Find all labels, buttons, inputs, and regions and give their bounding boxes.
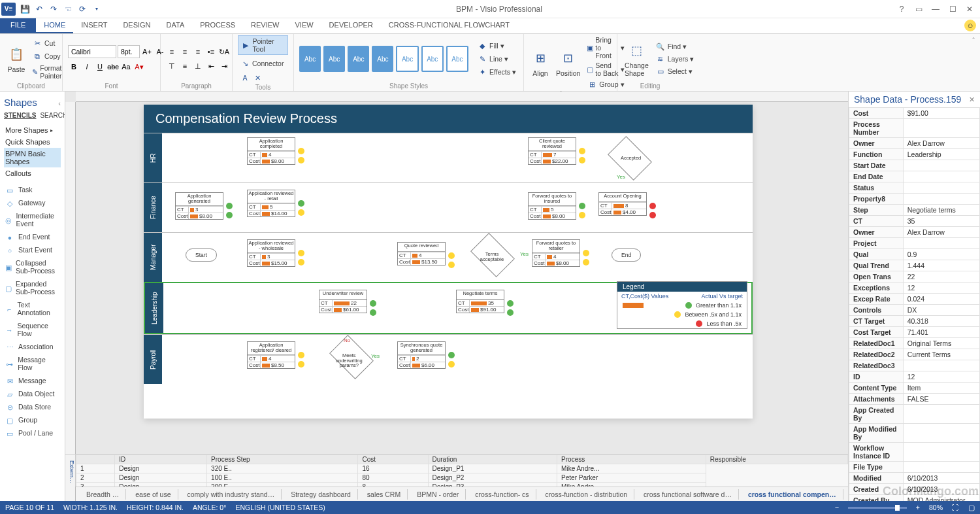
style-swatch-6[interactable]: Abc	[421, 46, 444, 72]
shape-data-value[interactable]	[903, 238, 979, 249]
swimlane-finance[interactable]: FinanceApplication generatedCT3Cost$8.00…	[144, 182, 753, 232]
fit-page-icon[interactable]: ⛶	[952, 504, 959, 511]
shape-data-value[interactable]: Alex Darrow	[903, 227, 979, 238]
ribbon-tab-process[interactable]: PROCESS	[192, 18, 243, 33]
shape-stencil-item[interactable]: ⋯Association	[4, 340, 61, 353]
style-swatch-5[interactable]: Abc	[396, 46, 418, 72]
shape-stencil-item[interactable]: ▱Data Object	[4, 387, 61, 400]
select-button[interactable]: ▭Select ▾	[653, 65, 696, 77]
close-icon[interactable]: ✕	[964, 5, 975, 14]
effects-button[interactable]: ✦Effects ▾	[475, 66, 518, 78]
shape-data-value[interactable]: 40.318	[903, 316, 979, 327]
ribbon-tab-home[interactable]: HOME	[36, 18, 73, 33]
decision[interactable]: Terms acceptable	[470, 233, 515, 277]
sheet-tab[interactable]: sales CRM	[361, 489, 408, 500]
style-swatch-4[interactable]: Abc	[372, 46, 393, 72]
valign-bot-icon[interactable]: ⊥	[192, 60, 204, 72]
style-swatch-3[interactable]: Abc	[348, 46, 369, 72]
shape-stencil-item[interactable]: ✉Message	[4, 374, 61, 387]
external-data-grid[interactable]: IDProcess StepCostDurationProcessRespons…	[76, 454, 848, 487]
shape-data-value[interactable]: 0.9	[903, 249, 979, 260]
shape-data-value[interactable]	[903, 360, 979, 371]
process-card[interactable]: Application registered/ clearedCT4Cost$8…	[247, 341, 295, 369]
shape-stencil-item[interactable]: ◎Intermediate Event	[4, 209, 61, 230]
undo-icon[interactable]: ↶	[34, 4, 44, 14]
sheet-tab[interactable]: comply with industry stand…	[181, 489, 282, 500]
process-card[interactable]: Negotiate termsCT35Cost$91.00	[456, 290, 504, 313]
process-card[interactable]: Application reviewed - retailCT5Cost$14.…	[247, 190, 295, 217]
process-card[interactable]: Application generatedCT3Cost$8.00	[175, 192, 223, 220]
shape-data-value[interactable]: 71.401	[903, 327, 979, 338]
shape-data-value[interactable]: 35	[903, 216, 979, 227]
shape-data-value[interactable]: 1.444	[903, 260, 979, 271]
decision[interactable]: Meets underwriting params?	[329, 335, 374, 379]
external-data-tab[interactable]: Extern…	[65, 454, 76, 487]
text-tool-button[interactable]: A✕	[238, 72, 288, 84]
ribbon-tab-insert[interactable]: INSERT	[73, 18, 115, 33]
ribbon-collapse-icon[interactable]: ▭	[913, 5, 924, 14]
process-card[interactable]: Account OpeningCT8Cost$4.00	[598, 192, 647, 216]
file-tab[interactable]: FILE	[0, 18, 36, 33]
shapes-collapse-icon[interactable]: ‹	[58, 99, 61, 107]
valign-top-icon[interactable]: ⊤	[166, 60, 178, 72]
align-button[interactable]: ⊞Align	[529, 48, 551, 78]
shape-data-value[interactable]: $91.00	[903, 108, 979, 119]
change-shape-button[interactable]: ⬚Change Shape	[623, 41, 651, 78]
shape-data-value[interactable]	[903, 405, 979, 424]
font-color-button[interactable]: A▾	[133, 61, 145, 73]
sheet-tab[interactable]: cross functional software d…	[637, 489, 739, 500]
shape-stencil-item[interactable]: ▭Task	[4, 183, 61, 196]
shape-data-value[interactable]	[903, 182, 979, 194]
zoom-slider[interactable]	[848, 507, 907, 509]
position-button[interactable]: ⊡Position	[554, 48, 582, 78]
ribbon-tab-view[interactable]: VIEW	[287, 18, 321, 33]
change-case-button[interactable]: Aa	[120, 61, 132, 73]
grow-font-icon[interactable]: A+	[141, 46, 153, 58]
align-center-icon[interactable]: ≡	[179, 46, 191, 58]
align-left-icon[interactable]: ≡	[166, 46, 178, 58]
sheet-tab[interactable]: cross-function- cs	[468, 489, 536, 500]
bullets-icon[interactable]: •≡	[205, 46, 217, 58]
shape-data-value[interactable]	[903, 424, 979, 443]
swimlane-payroll[interactable]: PayrollApplication registered/ clearedCT…	[144, 334, 753, 384]
shape-data-value[interactable]: 22	[903, 271, 979, 283]
zoom-in-icon[interactable]: +	[916, 504, 920, 511]
diagram-canvas[interactable]: Compensation Review Process HRApplicatio…	[144, 105, 753, 419]
indent-inc-icon[interactable]: ⇥	[218, 60, 230, 72]
help-icon[interactable]: ?	[896, 5, 907, 14]
font-family-select[interactable]	[68, 45, 116, 58]
maximize-icon[interactable]: ☐	[947, 5, 958, 14]
underline-button[interactable]: U	[94, 61, 106, 73]
ribbon-tab-design[interactable]: DESIGN	[115, 18, 158, 33]
shape-data-value[interactable]: 12	[903, 283, 979, 294]
shape-data-value[interactable]	[903, 160, 979, 171]
font-size-select[interactable]	[118, 45, 140, 58]
process-card[interactable]: Forward quotes to insuredCT5Cost$8.00	[528, 192, 576, 220]
rotate-text-icon[interactable]: ↻A	[218, 46, 230, 58]
process-card[interactable]: Underwriter reviewCT22Cost$61.00	[319, 290, 367, 313]
fill-button[interactable]: ◆Fill ▾	[475, 40, 518, 52]
process-card[interactable]: Client quote reviewedCT7Cost$22.00	[528, 137, 576, 165]
italic-button[interactable]: I	[81, 61, 93, 73]
feedback-smiley-icon[interactable]: ☺	[964, 20, 976, 31]
valign-mid-icon[interactable]: ≡	[179, 60, 191, 72]
shape-data-value[interactable]: 6/10/2013	[903, 473, 979, 484]
ribbon-tab-review[interactable]: REVIEW	[243, 18, 287, 33]
shape-data-value[interactable]	[903, 119, 979, 138]
shape-stencil-item[interactable]: ▣Collapsed Sub-Process	[4, 256, 61, 277]
presentation-icon[interactable]: ▢	[968, 504, 975, 511]
shape-data-value[interactable]: Leadership	[903, 149, 979, 160]
stencils-tab[interactable]: STENCILS	[4, 112, 36, 119]
shape-stencil-item[interactable]: ▭Pool / Lane	[4, 426, 61, 439]
shape-data-value[interactable]: Current Terms	[903, 349, 979, 360]
minimize-icon[interactable]: —	[930, 5, 941, 14]
search-tab[interactable]: SEARCH	[40, 112, 65, 119]
swimlane-hr[interactable]: HRApplication completedCT4Cost$8.00Clien…	[144, 133, 753, 182]
process-card[interactable]: Application reviewed - wholesaleCT3Cost$…	[247, 239, 295, 267]
shape-data-value[interactable]	[903, 194, 979, 205]
shape-stencil-item[interactable]: ⊝Data Store	[4, 400, 61, 413]
stencil-section[interactable]: Quick Shapes	[4, 136, 61, 148]
process-card[interactable]: Synchronous quote generatedCT2Cost$6.00	[397, 341, 446, 369]
decision[interactable]: Accepted	[608, 136, 652, 180]
shape-stencil-item[interactable]: →Sequence Flow	[4, 319, 61, 340]
